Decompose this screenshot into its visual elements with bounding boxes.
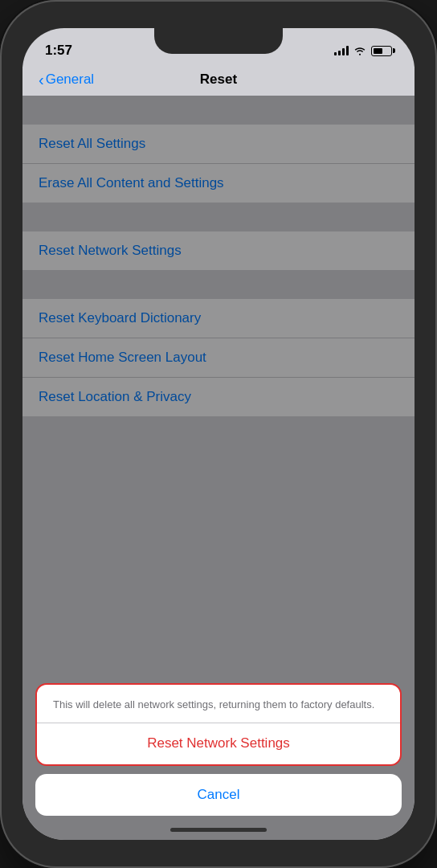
cancel-card: Cancel xyxy=(35,774,402,816)
content-area: Reset All Settings Erase All Content and… xyxy=(22,96,415,840)
notch xyxy=(154,28,283,54)
page-title: Reset xyxy=(200,72,237,88)
nav-bar: ‹ General Reset xyxy=(22,67,415,96)
battery-icon xyxy=(371,46,392,56)
alert-message: This will delete all network settings, r… xyxy=(37,685,400,722)
alert-confirm-text: Reset Network Settings xyxy=(147,735,290,751)
chevron-left-icon: ‹ xyxy=(39,72,44,88)
reset-network-confirm-button[interactable]: Reset Network Settings xyxy=(37,723,400,764)
alert-card: This will delete all network settings, r… xyxy=(35,683,402,766)
signal-bars-icon xyxy=(334,46,349,55)
back-button[interactable]: ‹ General xyxy=(39,72,94,88)
alert-cancel-text: Cancel xyxy=(198,787,240,802)
phone-screen: 1:57 ‹ General R xyxy=(22,28,415,840)
back-label: General xyxy=(46,72,94,88)
status-icons xyxy=(334,46,392,56)
status-time: 1:57 xyxy=(45,43,72,59)
wifi-icon xyxy=(353,46,366,55)
phone-frame: 1:57 ‹ General R xyxy=(0,0,437,868)
cancel-button[interactable]: Cancel xyxy=(35,774,402,816)
alert-sheet: This will delete all network settings, r… xyxy=(22,683,415,840)
home-indicator xyxy=(170,828,267,832)
